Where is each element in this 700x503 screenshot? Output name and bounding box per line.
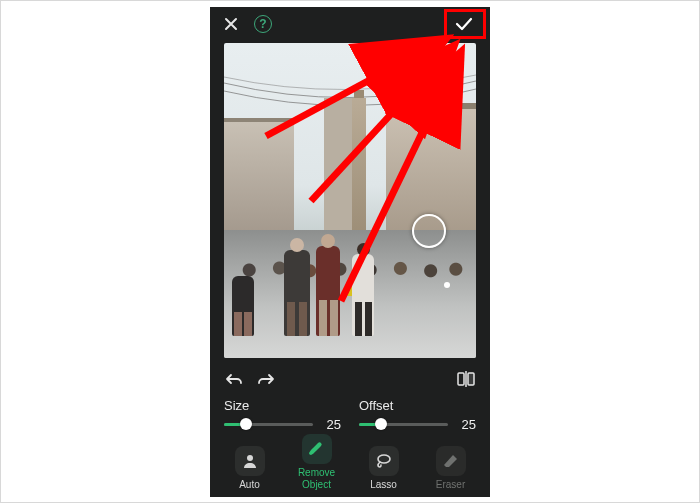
offset-slider-group: Offset 25: [359, 398, 476, 432]
top-bar: ?: [210, 7, 490, 41]
tool-lasso[interactable]: Lasso: [354, 446, 414, 490]
sliders-row: Size 25 Offset 25: [210, 394, 490, 438]
history-bar: [210, 364, 490, 394]
edit-canvas[interactable]: [224, 43, 476, 358]
offset-label: Offset: [359, 398, 476, 413]
tool-remove[interactable]: RemoveObject: [287, 434, 347, 490]
person-auto-icon: [235, 446, 265, 476]
tool-label: Lasso: [370, 479, 397, 490]
check-icon: [454, 16, 474, 32]
redo-icon: [257, 372, 275, 386]
confirm-button[interactable]: [446, 11, 482, 37]
lasso-icon: [369, 446, 399, 476]
tool-bar: AutoRemoveObjectLassoEraser: [210, 438, 490, 497]
size-value: 25: [321, 417, 341, 432]
offset-value: 25: [456, 417, 476, 432]
eraser-icon: [436, 446, 466, 476]
close-icon: [223, 16, 239, 32]
svg-point-3: [247, 455, 253, 461]
svg-rect-1: [468, 373, 474, 385]
tool-label: Object: [302, 479, 331, 490]
compare-icon: [457, 371, 475, 387]
offset-slider[interactable]: [359, 423, 448, 426]
tool-eraser: Eraser: [421, 446, 481, 490]
undo-icon: [225, 372, 243, 386]
size-slider-group: Size 25: [224, 398, 341, 432]
tool-label: Remove: [298, 467, 335, 478]
help-button[interactable]: ?: [250, 11, 276, 37]
redo-button[interactable]: [254, 367, 278, 391]
compare-button[interactable]: [454, 367, 478, 391]
brush-icon: [302, 434, 332, 464]
tool-label: Auto: [239, 479, 260, 490]
help-icon: ?: [254, 15, 272, 33]
brush-cursor-indicator: [412, 214, 446, 248]
size-slider[interactable]: [224, 423, 313, 426]
photo-editor-screen: ?: [210, 7, 490, 497]
tool-label: Eraser: [436, 479, 465, 490]
undo-button[interactable]: [222, 367, 246, 391]
size-label: Size: [224, 398, 341, 413]
page-indicator-dot: [444, 282, 450, 288]
close-button[interactable]: [218, 11, 244, 37]
tool-auto[interactable]: Auto: [220, 446, 280, 490]
svg-rect-0: [458, 373, 464, 385]
